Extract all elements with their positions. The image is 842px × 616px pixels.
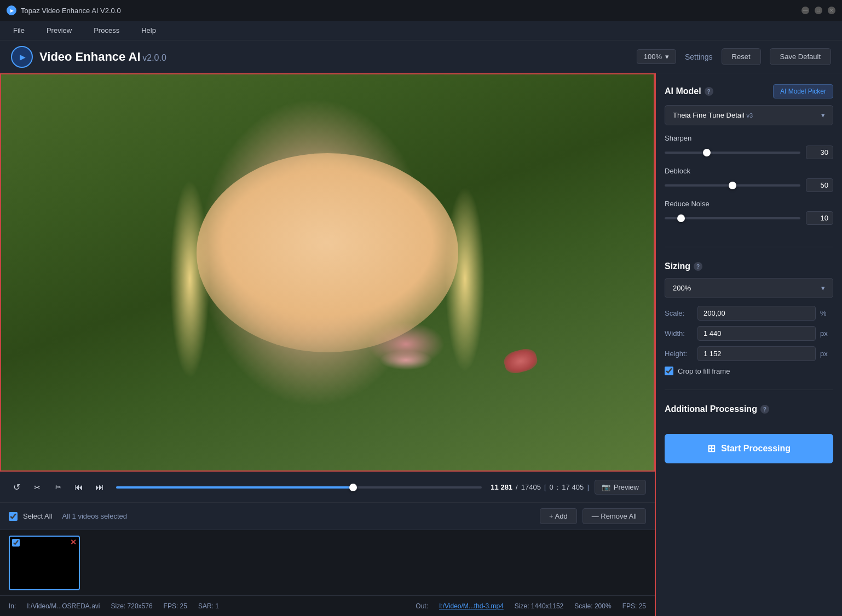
- sizing-header: Sizing ?: [665, 261, 833, 271]
- menu-bar: File Preview Process Help: [0, 21, 842, 40]
- file-actions: + Add — Remove All: [540, 508, 646, 524]
- crop-row: Crop to fill frame: [665, 367, 833, 375]
- cut-alt-button[interactable]: ✂: [50, 480, 66, 495]
- menu-file[interactable]: File: [9, 24, 29, 37]
- additional-help-icon[interactable]: ?: [760, 405, 769, 414]
- size-out: Size: 1440x1152: [515, 602, 563, 610]
- scale-unit: %: [820, 309, 833, 317]
- next-frame-button[interactable]: ⏭: [92, 480, 107, 495]
- app-title: Video Enhance AI: [39, 50, 141, 63]
- deblock-slider[interactable]: [665, 184, 800, 187]
- crop-checkbox[interactable]: [665, 367, 673, 375]
- ai-model-dropdown[interactable]: Theia Fine Tune Detail v3 ▾: [665, 105, 833, 125]
- start-processing-icon: ⊞: [707, 443, 716, 455]
- thumb-checkbox[interactable]: [12, 539, 20, 547]
- hair-overlay: [131, 93, 524, 432]
- width-row: Width: 1 440 px: [665, 326, 833, 341]
- additional-header: Additional Processing ?: [665, 404, 833, 414]
- menu-help[interactable]: Help: [137, 24, 160, 37]
- frame-slash: /: [516, 483, 518, 491]
- sizing-dropdown[interactable]: 200% ▾: [665, 278, 833, 298]
- settings-label[interactable]: Settings: [685, 53, 713, 61]
- left-panel: ↺ ✂ ✂ ⏮ ⏭ 11 281 / 17405 [ 0 : 17 405 ]: [0, 73, 656, 616]
- size-in: Size: 720x576: [111, 602, 153, 610]
- height-value[interactable]: 1 152: [697, 346, 816, 361]
- ai-model-help-icon[interactable]: ?: [705, 87, 713, 96]
- start-processing-button[interactable]: ⊞ Start Processing: [665, 434, 833, 463]
- thumb-close-button[interactable]: ✕: [70, 538, 77, 547]
- out-label: Out:: [416, 602, 428, 610]
- frame-in: 0: [550, 483, 553, 491]
- sizing-section: Sizing ? 200% ▾ Scale: 200,00 % Width: 1…: [665, 261, 833, 375]
- reduce-noise-slider[interactable]: [665, 217, 800, 219]
- app-version: v2.0.0: [142, 53, 166, 62]
- colon-sep: :: [557, 483, 559, 491]
- current-frame: 11 281: [491, 483, 512, 491]
- zoom-arrow-icon: ▾: [665, 53, 669, 61]
- sharpen-slider-row: Sharpen 30: [665, 134, 833, 159]
- additional-title-text: Additional Processing: [665, 404, 757, 414]
- deblock-label: Deblock: [665, 167, 833, 175]
- close-button[interactable]: ✕: [828, 7, 835, 14]
- remove-all-button[interactable]: — Remove All: [583, 508, 646, 524]
- reduce-noise-slider-row: Reduce Noise 10: [665, 200, 833, 225]
- file-list-bar: Select All All 1 videos selected + Add —…: [0, 502, 655, 530]
- scale-row: Scale: 200,00 %: [665, 306, 833, 321]
- window-controls[interactable]: — □ ✕: [801, 7, 835, 14]
- ai-model-picker-button[interactable]: AI Model Picker: [773, 84, 833, 98]
- sharpen-value: 30: [806, 146, 833, 159]
- video-content-bg: [0, 73, 655, 472]
- window-title: Topaz Video Enhance AI V2.0.0: [21, 7, 121, 15]
- video-preview-area: [0, 73, 655, 472]
- title-bar-left: Topaz Video Enhance AI V2.0.0: [7, 5, 121, 15]
- maximize-button[interactable]: □: [815, 7, 822, 14]
- sizing-title-text: Sizing: [665, 261, 690, 271]
- prev-frame-button[interactable]: ⏮: [71, 480, 86, 495]
- selected-info: All 1 videos selected: [62, 512, 127, 520]
- scale-out: Scale: 200%: [574, 602, 611, 610]
- select-all-label[interactable]: Select All: [23, 512, 52, 520]
- sizing-help-icon[interactable]: ?: [694, 262, 702, 271]
- out-path[interactable]: I:/Video/M...thd-3.mp4: [439, 602, 504, 610]
- frame-out: 17 405: [562, 483, 584, 491]
- height-row: Height: 1 152 px: [665, 346, 833, 361]
- select-all-checkbox[interactable]: [9, 512, 18, 521]
- face-overlay: [197, 153, 458, 352]
- timeline-scrubber[interactable]: [116, 486, 482, 489]
- model-dropdown-arrow-icon: ▾: [821, 111, 825, 119]
- minimize-button[interactable]: —: [801, 7, 809, 14]
- main-layout: ↺ ✂ ✂ ⏮ ⏭ 11 281 / 17405 [ 0 : 17 405 ]: [0, 73, 842, 616]
- width-value[interactable]: 1 440: [697, 326, 816, 341]
- app-header: Video Enhance AI v2.0.0 100% ▾ Settings …: [0, 40, 842, 73]
- cut-button[interactable]: ✂: [30, 480, 45, 495]
- preview-button[interactable]: 📷 Preview: [595, 480, 646, 495]
- scale-value[interactable]: 200,00: [697, 306, 816, 321]
- width-unit: px: [820, 329, 833, 338]
- menu-process[interactable]: Process: [89, 24, 124, 37]
- title-bar: Topaz Video Enhance AI V2.0.0 — □ ✕: [0, 0, 842, 21]
- save-default-button[interactable]: Save Default: [770, 48, 831, 65]
- refresh-button[interactable]: ↺: [9, 480, 24, 495]
- deblock-value: 50: [806, 178, 833, 192]
- reduce-noise-control: 10: [665, 211, 833, 225]
- reduce-noise-value: 10: [806, 211, 833, 225]
- timeline-fill: [116, 486, 353, 489]
- additional-processing-section: Additional Processing ?: [665, 404, 833, 421]
- menu-preview[interactable]: Preview: [42, 24, 76, 37]
- zoom-value: 100%: [644, 53, 662, 61]
- ai-model-header: AI Model ? AI Model Picker: [665, 84, 833, 98]
- total-frames: 17405: [521, 483, 541, 491]
- start-processing-label: Start Processing: [721, 444, 791, 454]
- sharpen-slider[interactable]: [665, 152, 800, 154]
- ai-model-section: AI Model ? AI Model Picker Theia Fine Tu…: [665, 84, 833, 233]
- timeline-thumb[interactable]: [349, 484, 357, 491]
- zoom-dropdown[interactable]: 100% ▾: [637, 49, 676, 64]
- reduce-noise-label: Reduce Noise: [665, 200, 833, 208]
- reset-button[interactable]: Reset: [722, 48, 761, 65]
- frame-counter: 11 281 / 17405 [ 0 : 17 405 ]: [491, 483, 589, 491]
- add-button[interactable]: + Add: [540, 508, 577, 524]
- right-panel: AI Model ? AI Model Picker Theia Fine Tu…: [656, 73, 842, 616]
- video-thumbnail[interactable]: ✕: [9, 536, 80, 590]
- divider-1: [665, 247, 833, 247]
- bow-overlay: [502, 346, 539, 376]
